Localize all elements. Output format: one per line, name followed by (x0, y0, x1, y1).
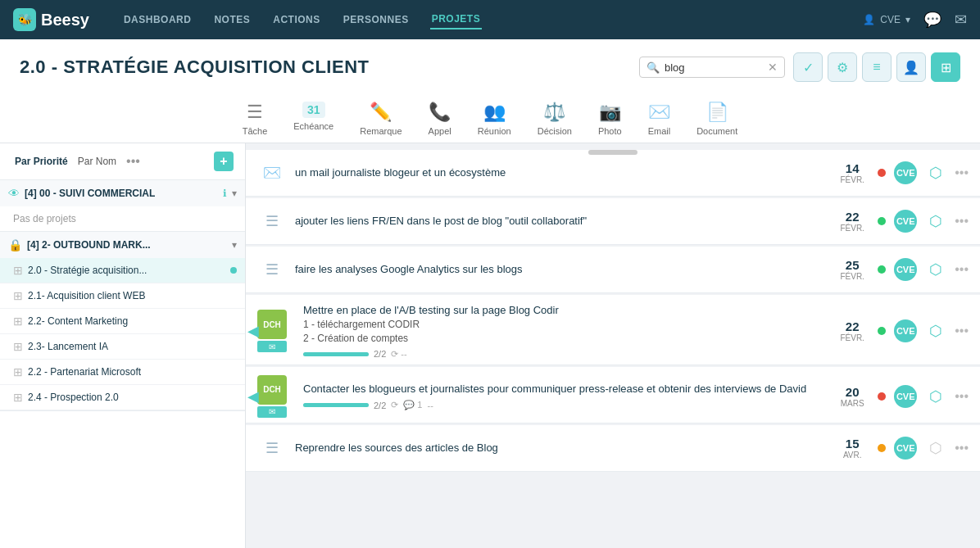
task-more-icon[interactable]: ••• (955, 165, 969, 180)
task-row: ✉️ un mail journaliste blogeur et un éco… (246, 150, 980, 197)
task-month: FÉVR. (835, 272, 869, 281)
section-empty-text: Pas de projets (0, 206, 245, 231)
user-menu[interactable]: 👤 CVE ▾ (863, 14, 910, 25)
task-date: 20 MARS (835, 385, 869, 408)
nav-actions[interactable]: ACTIONS (271, 11, 322, 29)
reunion-label: Réunion (478, 126, 511, 136)
reunion-icon: 👥 (483, 102, 506, 123)
project-name: 2.3- Lancement IA (28, 341, 237, 352)
task-email-sub-icon: ✉ (269, 407, 275, 416)
task-check-icon: ☰ (257, 433, 287, 463)
nav-notes[interactable]: NOTES (212, 11, 252, 29)
task-content: Contacter les blogueurs et journalistes … (303, 382, 827, 410)
add-project-button[interactable]: + (214, 152, 234, 171)
task-email-sub-icon: ✉ (269, 342, 275, 351)
sidebar-section-commercial-header[interactable]: 👁 [4] 00 - SUIVI COMMERCIAL ℹ ▾ (0, 180, 245, 206)
nav-personnes[interactable]: PERSONNES (342, 11, 411, 29)
task-date: 25 FÉVR. (835, 258, 869, 281)
sidebar-project-22-microsoft[interactable]: ⊞ 2.2 - Partenariat Microsoft (0, 360, 245, 385)
task-avatar: CVE (894, 437, 917, 460)
sidebar-project-22-content[interactable]: ⊞ 2.2- Content Marketing (0, 309, 245, 334)
sidebar-project-24[interactable]: ⊞ 2.4 - Prospection 2.0 (0, 385, 245, 410)
task-day: 22 (835, 319, 869, 333)
echeance-label: Echéance (293, 121, 333, 131)
project-name: 2.0 - Stratégie acquisition... (28, 265, 225, 276)
sort-by-name[interactable]: Par Nom (75, 154, 120, 169)
task-more-icon[interactable]: ••• (955, 441, 969, 455)
progress-bar-wrap (303, 352, 369, 356)
task-arrow-icon: ◀ (247, 387, 259, 405)
main-layout: Par Priorité Par Nom ••• + 👁 [4] 00 - SU… (0, 143, 980, 548)
task-avatar: CVE (894, 319, 917, 342)
logo[interactable]: 🐝 Beesy (13, 8, 89, 31)
task-more-icon[interactable]: ••• (955, 324, 969, 338)
section-info-icon[interactable]: ℹ (223, 188, 227, 199)
toolbar-photo[interactable]: 📷 Photo (585, 95, 635, 143)
mail-icon[interactable]: ✉ (955, 11, 967, 29)
email-label: Email (648, 126, 671, 136)
progress-text: 2/2 (374, 349, 386, 359)
project-name: 2.1- Acquisition client WEB (28, 290, 237, 301)
toolbar-appel[interactable]: 📞 Appel (415, 95, 465, 143)
task-dch-badge: DCH (257, 310, 287, 339)
remarque-label: Remarque (360, 126, 402, 136)
task-check-icon: ☰ (257, 206, 287, 236)
sidebar-section-outbound-header[interactable]: 🔒 [4] 2- OUTBOUND MARK... ▾ (0, 232, 245, 258)
lock-icon: 🔒 (8, 238, 22, 251)
page-header: 2.0 - STRATÉGIE ACQUISITION CLIENT 🔍 ✕ ✓… (0, 39, 980, 143)
section-commercial-title: [4] 00 - SUIVI COMMERCIAL (25, 188, 218, 199)
filter-button[interactable]: ≡ (862, 52, 892, 82)
dash-text: -- (427, 401, 433, 410)
sidebar-project-21[interactable]: ⊞ 2.1- Acquisition client WEB (0, 283, 245, 309)
task-date: 22 FÉVR. (835, 210, 869, 233)
nav-dashboard[interactable]: DASHBOARD (122, 11, 193, 29)
search-input[interactable] (665, 61, 763, 74)
progress-bar-fill (303, 403, 369, 407)
chat-icon[interactable]: 💬 (923, 11, 941, 29)
toolbar-email[interactable]: ✉️ Email (635, 95, 684, 143)
toolbar-echeance[interactable]: 31 Echéance (280, 95, 347, 143)
sidebar-project-23-ia[interactable]: ⊞ 2.3- Lancement IA (0, 334, 245, 360)
sidebar: Par Priorité Par Nom ••• + 👁 [4] 00 - SU… (0, 143, 246, 548)
sort-by-priority[interactable]: Par Priorité (11, 154, 71, 169)
search-box[interactable]: 🔍 ✕ (639, 57, 785, 78)
photo-label: Photo (598, 126, 622, 136)
toolbar-reunion[interactable]: 👥 Réunion (465, 95, 524, 143)
task-more-icon[interactable]: ••• (955, 214, 969, 229)
sidebar-project-20[interactable]: ⊞ 2.0 - Stratégie acquisition... (0, 258, 245, 283)
nav-projets[interactable]: PROJETS (430, 10, 483, 29)
tache-icon: ☰ (247, 102, 263, 123)
search-clear-icon[interactable]: ✕ (768, 61, 778, 74)
decision-label: Décision (538, 126, 572, 136)
project-grid-icon: ⊞ (13, 264, 23, 277)
decision-icon: ⚖️ (543, 102, 565, 123)
sidebar-sort: Par Priorité Par Nom ••• (11, 154, 140, 169)
task-more-icon[interactable]: ••• (955, 262, 969, 277)
hierarchy-button[interactable]: ⚙ (828, 52, 857, 82)
task-content: Mettre en place de l'A/B testing sur la … (303, 303, 827, 360)
dch-label: DCH (263, 385, 281, 394)
toolbar-tache[interactable]: ☰ Tâche (229, 95, 281, 143)
logo-icon: 🐝 (13, 8, 36, 31)
sort-more-icon[interactable]: ••• (126, 154, 140, 169)
toolbar-decision[interactable]: ⚖️ Décision (524, 95, 585, 143)
grid-view-button[interactable]: ⊞ (931, 52, 960, 82)
task-more-icon[interactable]: ••• (955, 389, 969, 404)
task-row: ☰ ajouter les liens FR/EN dans le post d… (246, 198, 980, 245)
task-title: un mail journaliste blogeur et un écosys… (295, 165, 827, 180)
user-group-button[interactable]: 👤 (896, 52, 926, 82)
task-priority-dot (878, 327, 886, 335)
toolbar-document[interactable]: 📄 Document (683, 95, 751, 143)
document-icon: 📄 (706, 102, 728, 123)
project-name: 2.2 - Partenariat Microsoft (28, 366, 237, 378)
task-row: ☰ faire les analyses Google Analytics su… (246, 247, 980, 293)
validate-button[interactable]: ✓ (793, 52, 823, 82)
progress-bar-fill (303, 352, 369, 356)
task-date: 15 AVR. (835, 437, 869, 460)
task-month: AVR. (835, 451, 869, 460)
search-icon: 🔍 (647, 61, 660, 74)
task-content: Reprendre les sources des articles de Bl… (295, 441, 827, 455)
toolbar-remarque[interactable]: ✏️ Remarque (347, 95, 415, 143)
task-day: 15 (835, 437, 869, 451)
project-grid-icon: ⊞ (13, 391, 23, 404)
